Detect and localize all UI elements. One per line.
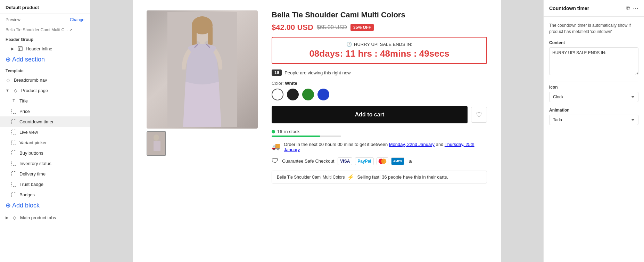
countdown-label: 🕐 HURRY UP! SALE ENDS IN: (279, 42, 479, 47)
clock-icon-inline: 🕐 (346, 42, 352, 47)
price-current: $42.00 USD (272, 23, 313, 32)
sidebar-item-delivery-label: Delivery time (19, 171, 46, 177)
selling-fast-text: Selling fast! 36 people have this in the… (357, 174, 448, 180)
mastercard-icon (377, 157, 388, 165)
sidebar-item-main-tabs-label: Main product tabs (20, 215, 56, 220)
sidebar-item-header-inline[interactable]: ▶ Header inline (0, 43, 90, 54)
content-field: Content HURRY UP! SALE ENDS IN: (549, 40, 638, 76)
animation-label: Animation (549, 108, 638, 113)
countdown-timer-box: 🕐 HURRY UP! SALE ENDS IN: 08days: 11 hrs… (272, 37, 487, 64)
stock-text: in stock (284, 129, 299, 134)
delivery-date1[interactable]: Monday, 22nd January (389, 142, 435, 147)
dashed-square-2-icon (11, 119, 17, 124)
stock-label: 16 in stock (272, 129, 487, 134)
sidebar-item-countdown-label: Countdown timer (19, 119, 53, 124)
main-product-image (147, 10, 258, 129)
product-layout: Bella Tie Shoulder Cami Multi Colors $42… (147, 7, 487, 183)
color-swatch-black[interactable] (287, 89, 299, 100)
add-to-cart-button[interactable]: Add to cart (272, 106, 468, 123)
sidebar-item-variant-picker[interactable]: Variant picker (0, 137, 90, 148)
sidebar-item-product-page[interactable]: ▼ ◇ Product page (0, 85, 90, 96)
sidebar-item-title[interactable]: T Title (0, 96, 90, 106)
sidebar-item-main-product-tabs[interactable]: ▶ ◇ Main product tabs (0, 212, 90, 223)
panel-body: The coundown timer is automatically show… (544, 17, 644, 136)
sidebar-item-inventory-label: Inventory status (19, 161, 51, 166)
color-swatch-blue[interactable] (317, 89, 329, 100)
dashed-square-6-icon (11, 161, 17, 166)
sidebar-item-badges-label: Badges (19, 192, 35, 197)
content-textarea[interactable]: HURRY UP! SALE ENDS IN: (549, 47, 638, 75)
sidebar-item-price[interactable]: Price (0, 106, 90, 116)
text-icon: T (11, 98, 17, 104)
preview-section: Preview Change (0, 14, 90, 26)
plus-circle-icon: ⊕ (6, 202, 11, 208)
color-swatch-white[interactable] (272, 89, 283, 100)
dashed-square-9-icon (11, 192, 17, 197)
panel-header: Countdown timer ⧉ ⋯ (544, 0, 644, 17)
product-images (147, 10, 258, 183)
visa-icon: VISA (338, 157, 352, 165)
dashed-square-4-icon (11, 140, 17, 145)
diamond-2-icon: ◇ (12, 215, 17, 220)
sidebar-item-delivery-time[interactable]: Delivery time (0, 169, 90, 179)
wishlist-button[interactable]: ♡ (471, 107, 487, 123)
panel-actions: ⧉ ⋯ (626, 5, 638, 11)
sidebar-item-title-label: Title (19, 98, 28, 104)
fire-icon: ⚡ (347, 174, 354, 180)
sidebar-item-trust-badge[interactable]: Trust badge (0, 179, 90, 189)
plus-icon: ⊕ (6, 56, 11, 63)
copy-button[interactable]: ⧉ (626, 5, 630, 11)
price-row: $42.00 USD $65.00 USD 35% OFF (272, 23, 487, 32)
sidebar-item-badges[interactable]: Badges (0, 189, 90, 200)
template-label: Template (0, 65, 90, 75)
countdown-time: 08days: 11 hrs : 48mins : 49secs (279, 48, 479, 59)
stock-dot (272, 130, 275, 133)
product-info: Bella Tie Shoulder Cami Multi Colors $42… (272, 10, 487, 183)
amazon-icon: a (407, 157, 414, 165)
dashed-square-8-icon (11, 181, 17, 187)
content-label: Content (549, 40, 638, 45)
discount-badge: 35% OFF (350, 24, 374, 31)
delivery-truck-icon: 🚚 (272, 142, 280, 150)
animation-field: Animation Tada Pulse Shake Bounce None (549, 108, 638, 125)
color-swatch-green[interactable] (302, 89, 314, 100)
external-link-icon[interactable]: ↗ (69, 28, 72, 32)
header-group-label: Header Group (0, 34, 90, 43)
dashed-square-5-icon (11, 150, 17, 156)
stock-bar (272, 136, 341, 137)
selling-fast-bar: Bella Tie Shoulder Cami Multi Colors ⚡ S… (272, 171, 487, 183)
preview-change-button[interactable]: Change (70, 17, 84, 22)
table-icon (17, 46, 23, 51)
delivery-text: Order in the next 00 hours 00 mins to ge… (284, 142, 487, 152)
color-label: Color: White (272, 81, 487, 86)
icon-select[interactable]: Clock Bell Timer Fire (549, 92, 638, 102)
color-options (272, 89, 487, 100)
animation-select[interactable]: Tada Pulse Shake Bounce None (549, 115, 638, 125)
add-block-button[interactable]: ⊕ Add block (0, 200, 90, 211)
sidebar-item-buy-buttons-label: Buy buttons (19, 150, 43, 156)
svg-rect-7 (208, 25, 213, 46)
svg-point-12 (154, 134, 159, 141)
paypal-icon: PayPal (355, 157, 373, 165)
sidebar-title: Default product (0, 0, 90, 14)
sidebar-item-live-view[interactable]: Live view (0, 127, 90, 137)
sidebar-item-inventory-status[interactable]: Inventory status (0, 158, 90, 169)
sidebar-item-buy-buttons[interactable]: Buy buttons (0, 148, 90, 158)
price-original: $65.00 USD (317, 24, 347, 31)
viewers-count: 19 (272, 69, 282, 76)
delivery-row: 🚚 Order in the next 00 hours 00 mins to … (272, 142, 487, 152)
icon-field: Icon Clock Bell Timer Fire (549, 85, 638, 102)
preview-product-name: Bella Tie Shoulder Cami Multi C... ↗ (0, 26, 90, 34)
sidebar-item-price-label: Price (19, 109, 30, 114)
sidebar-item-product-page-label: Product page (21, 88, 48, 93)
svg-point-16 (381, 158, 386, 164)
sidebar-item-countdown-timer[interactable]: Countdown timer (0, 116, 90, 127)
sidebar-item-breadcrumb-label: Breadcrumb nav (14, 77, 47, 83)
more-options-button[interactable]: ⋯ (633, 5, 638, 11)
stock-count: 16 (277, 129, 282, 134)
add-section-button[interactable]: ⊕ Add section (0, 54, 90, 65)
guarantee-row: 🛡 Guarantee Safe Checkout VISA PayPal (272, 157, 487, 165)
shield-icon: 🛡 (272, 157, 279, 165)
sidebar-item-breadcrumb-nav[interactable]: ◇ Breadcrumb nav (0, 75, 90, 85)
thumbnail-1[interactable] (147, 131, 166, 156)
